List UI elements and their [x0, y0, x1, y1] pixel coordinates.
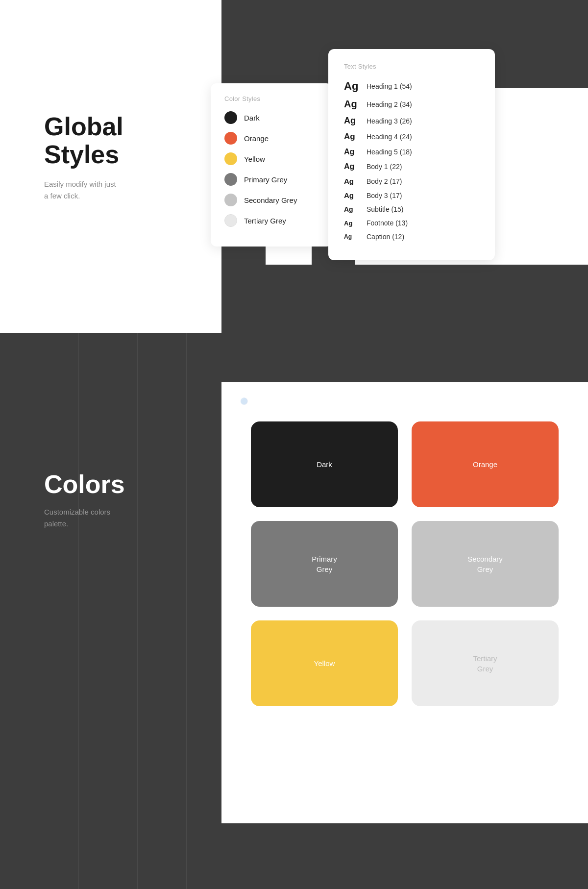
grid-line-3 [186, 333, 187, 889]
text-style-item: AgHeading 4 (24) [344, 132, 479, 142]
text-style-item: AgHeading 5 (18) [344, 148, 479, 156]
swatch-label: Dark [317, 459, 332, 469]
text-style-item: AgBody 3 (17) [344, 191, 479, 199]
color-dot [224, 214, 237, 227]
ag-icon: Ag [344, 220, 360, 227]
swatch-label: Tertiary Grey [473, 653, 497, 674]
text-style-item: AgHeading 3 (26) [344, 116, 479, 126]
style-name: Body 3 (17) [367, 192, 402, 199]
color-dot [224, 194, 237, 206]
global-styles-section: Global Styles Easily modify with just a … [44, 113, 123, 202]
color-dot [224, 173, 237, 186]
text-style-item: AgBody 1 (22) [344, 162, 479, 171]
swatch-label: Primary Grey [312, 554, 337, 574]
style-name: Caption (12) [367, 233, 404, 241]
color-swatches-area: DarkOrangePrimary GreySecondary GreyYell… [221, 382, 588, 823]
grid-line-1 [78, 333, 79, 889]
colors-heading: Colors [44, 470, 125, 498]
ag-icon: Ag [344, 80, 360, 93]
grid-line-2 [137, 333, 138, 889]
color-name: Dark [244, 114, 260, 122]
color-items-list: DarkOrangeYellowPrimary GreySecondary Gr… [224, 111, 318, 227]
style-name: Heading 2 (34) [367, 100, 412, 108]
color-name: Orange [244, 134, 269, 143]
swatch-card: Yellow [251, 620, 398, 706]
text-style-item: AgHeading 1 (54) [344, 80, 479, 93]
text-style-item: AgSubtitle (15) [344, 205, 479, 213]
swatch-card: Primary Grey [251, 521, 398, 607]
color-name: Yellow [244, 155, 265, 163]
style-name: Subtitle (15) [367, 205, 403, 213]
ag-icon: Ag [344, 116, 360, 126]
swatch-card: Tertiary Grey [412, 620, 559, 706]
text-style-item: AgCaption (12) [344, 233, 479, 241]
dark-block-bottom [221, 265, 588, 333]
color-dot [224, 111, 237, 124]
color-name: Primary Grey [244, 175, 287, 184]
swatches-grid: DarkOrangePrimary GreySecondary GreyYell… [221, 382, 588, 745]
text-style-item: AgBody 2 (17) [344, 177, 479, 185]
color-name: Secondary Grey [244, 196, 297, 204]
ag-icon: Ag [344, 99, 360, 110]
color-dot [224, 132, 237, 145]
swatch-label: Yellow [314, 658, 335, 668]
color-item: Primary Grey [224, 173, 318, 186]
bottom-section: 🔵 禁止太加 IA M K.TAOBAO.COM Colors Customiz… [0, 333, 588, 889]
swatch-card: Orange [412, 421, 559, 507]
swatch-card: Secondary Grey [412, 521, 559, 607]
style-name: Heading 5 (18) [367, 148, 412, 156]
swatch-label: Secondary Grey [467, 554, 503, 574]
style-name: Heading 4 (24) [367, 133, 412, 141]
color-styles-title: Color Styles [224, 95, 318, 102]
ag-icon: Ag [344, 162, 360, 171]
style-name: Heading 3 (26) [367, 117, 412, 125]
style-name: Body 1 (22) [367, 163, 402, 171]
style-name: Body 2 (17) [367, 177, 402, 185]
text-styles-title: Text Styles [344, 63, 479, 70]
style-name: Footnote (13) [367, 219, 408, 227]
ag-icon: Ag [344, 148, 360, 156]
colors-subheading: Customizable colors palette. [44, 506, 125, 530]
color-dot [224, 152, 237, 165]
ag-icon: Ag [344, 177, 360, 185]
text-style-item: AgHeading 2 (34) [344, 99, 479, 110]
color-styles-panel: Color Styles DarkOrangeYellowPrimary Gre… [211, 83, 332, 247]
color-item: Secondary Grey [224, 194, 318, 206]
page-title: Global Styles [44, 113, 123, 169]
watermark: 🔵 禁止太加 IA M K.TAOBAO.COM [240, 397, 348, 406]
swatch-card: Dark [251, 421, 398, 507]
top-section: Global Styles Easily modify with just a … [0, 0, 588, 333]
color-item: Yellow [224, 152, 318, 165]
text-styles-list: AgHeading 1 (54)AgHeading 2 (34)AgHeadin… [344, 80, 479, 241]
page-subtitle: Easily modify with just a few click. [44, 178, 123, 202]
ag-icon: Ag [344, 132, 360, 142]
text-style-item: AgFootnote (13) [344, 219, 479, 227]
color-item: Orange [224, 132, 318, 145]
style-name: Heading 1 (54) [367, 82, 412, 90]
color-item: Dark [224, 111, 318, 124]
color-item: Tertiary Grey [224, 214, 318, 227]
ag-icon: Ag [344, 191, 360, 199]
ag-icon: Ag [344, 233, 360, 240]
text-styles-panel: Text Styles AgHeading 1 (54)AgHeading 2 … [328, 49, 495, 260]
colors-section-text: Colors Customizable colors palette. [44, 470, 125, 530]
ag-icon: Ag [344, 205, 360, 213]
color-name: Tertiary Grey [244, 217, 286, 225]
swatch-label: Orange [473, 459, 497, 469]
